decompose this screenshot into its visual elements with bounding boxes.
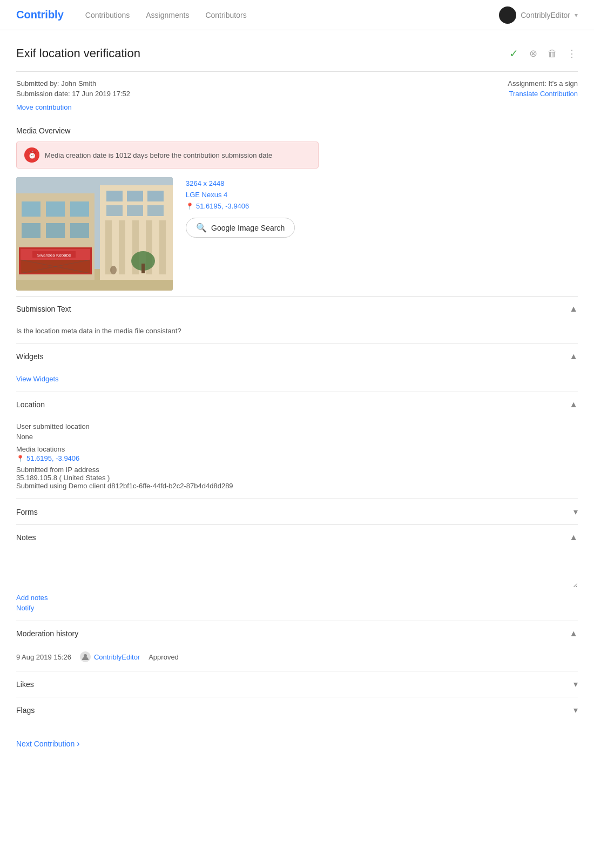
notes-content: Add notes Notify [16,550,578,621]
forms-title: Forms [16,508,38,516]
device-link[interactable]: LGE Nexus 4 [186,191,295,199]
meta-section: Submitted by: John Smith Submission date… [16,71,578,116]
media-image[interactable]: Swansea Kebabs [16,177,173,291]
notes-chevron: ▲ [569,533,578,542]
next-contribution-label: Next Contribution [16,739,75,748]
navbar-links: Contributions Assignments Contributors [85,11,247,19]
media-coord-link[interactable]: 📍 51.6195, -3.9406 [16,454,578,462]
view-widgets-link[interactable]: View Widgets [16,375,59,383]
widgets-section: Widgets ▲ View Widgets [16,344,578,392]
svg-text:Swansea Kebabs: Swansea Kebabs [37,253,71,258]
svg-point-30 [110,266,117,274]
page-actions: ✓ ⊗ 🗑 ⋮ [508,48,578,59]
widgets-header[interactable]: Widgets ▲ [16,344,578,369]
flags-title: Flags [16,706,35,715]
assignment-label: Assignment: It's a sign [508,79,578,88]
pin-icon: 📍 [186,203,194,210]
alert-clock-icon: ⏰ [24,147,39,163]
likes-section: Likes ▾ [16,671,578,697]
user-submitted-label: User submitted location [16,422,578,430]
brand[interactable]: Contribly [16,9,64,21]
navbar: Contribly Contributions Assignments Cont… [0,0,594,30]
mod-user-avatar-icon [80,651,91,662]
location-section: Location ▲ User submitted location None … [16,392,578,499]
meta-row: Submitted by: John Smith Submission date… [16,79,578,111]
svg-rect-26 [127,205,143,216]
likes-title: Likes [16,680,34,689]
media-row: Swansea Kebabs [16,177,578,291]
client-info: Submitted using Demo client d812bf1c-6ff… [16,482,578,490]
flags-header[interactable]: Flags ▾ [16,697,578,723]
page-header: Exif location verification ✓ ⊗ 🗑 ⋮ [16,46,578,60]
location-title: Location [16,400,45,409]
page-title: Exif location verification [16,46,140,60]
svg-rect-3 [22,201,40,217]
svg-rect-7 [46,223,65,238]
main-content: Exif location verification ✓ ⊗ 🗑 ⋮ Submi… [0,30,594,781]
google-search-label: Google Image Search [211,224,285,232]
notify-link[interactable]: Notify [16,604,578,612]
moderation-history-chevron: ▲ [569,629,578,638]
avatar[interactable] [499,6,516,24]
location-pin-icon: 📍 [16,455,24,462]
submission-text-title: Submission Text [16,305,71,313]
location-content: User submitted location None Media locat… [16,417,578,499]
submission-text-content: Is the location meta data in the media f… [16,321,578,344]
add-notes-link[interactable]: Add notes [16,594,578,602]
likes-header[interactable]: Likes ▾ [16,671,578,697]
mod-user-name[interactable]: ContriblyEditor [94,653,140,661]
navbar-right: ContriblyEditor ▾ [499,6,578,24]
nav-contributions[interactable]: Contributions [85,11,130,19]
next-contribution-chevron-icon: › [77,739,79,749]
reject-button[interactable]: ⊗ [527,48,539,59]
moderation-history-header[interactable]: Moderation history ▲ [16,621,578,646]
alert-text: Media creation date is 1012 days before … [45,151,272,159]
translate-contribution-link[interactable]: Translate Contribution [509,90,578,98]
search-icon: 🔍 [196,223,207,233]
svg-rect-21 [159,220,166,274]
svg-rect-5 [70,201,89,217]
more-options-button[interactable]: ⋮ [566,48,578,59]
nav-assignments[interactable]: Assignments [146,11,189,19]
forms-chevron: ▾ [573,507,578,517]
coordinates-link[interactable]: 📍 51.6195, -3.9406 [186,202,295,210]
media-overview-title: Media Overview [16,126,578,135]
likes-chevron: ▾ [573,679,578,689]
image-dimensions-link[interactable]: 3264 x 2448 [186,179,295,187]
user-submitted-value: None [16,433,578,441]
notes-actions: Add notes Notify [16,594,578,612]
widgets-title: Widgets [16,352,44,361]
svg-rect-24 [147,191,164,201]
mod-history-row: 9 Aug 2019 15:26 ContriblyEditor Approve… [16,651,578,662]
svg-rect-27 [147,205,164,216]
svg-rect-18 [119,220,125,274]
user-menu-chevron[interactable]: ▾ [575,11,578,19]
next-contribution: Next Contribution › [16,739,578,749]
media-info: 3264 x 2448 LGE Nexus 4 📍 51.6195, -3.94… [186,177,295,238]
mod-status: Approved [148,653,179,661]
location-header[interactable]: Location ▲ [16,392,578,417]
svg-rect-29 [141,264,145,273]
notes-header[interactable]: Notes ▲ [16,524,578,550]
delete-button[interactable]: 🗑 [546,48,558,59]
notes-title: Notes [16,533,36,542]
nav-contributors[interactable]: Contributors [205,11,246,19]
google-image-search-button[interactable]: 🔍 Google Image Search [186,218,295,238]
notes-textarea[interactable] [16,555,578,588]
ip-label: Submitted from IP address [16,466,578,474]
forms-header[interactable]: Forms ▾ [16,499,578,524]
notes-section: Notes ▲ Add notes Notify [16,524,578,621]
submission-date: Submission date: 17 Jun 2019 17:52 [16,90,130,98]
submitted-by: Submitted by: John Smith [16,79,130,88]
moderation-history-title: Moderation history [16,629,78,638]
forms-section: Forms ▾ [16,499,578,524]
move-contribution-link[interactable]: Move contribution [16,103,130,111]
widgets-content: View Widgets [16,369,578,392]
media-alert: ⏰ Media creation date is 1012 days befor… [16,142,319,169]
svg-rect-17 [105,220,112,274]
media-locations-label: Media locations [16,445,578,453]
next-contribution-link[interactable]: Next Contribution › [16,739,578,749]
approve-button[interactable]: ✓ [508,48,519,59]
ip-value: 35.189.105.8 ( United States ) [16,474,578,482]
submission-text-header[interactable]: Submission Text ▲ [16,296,578,321]
